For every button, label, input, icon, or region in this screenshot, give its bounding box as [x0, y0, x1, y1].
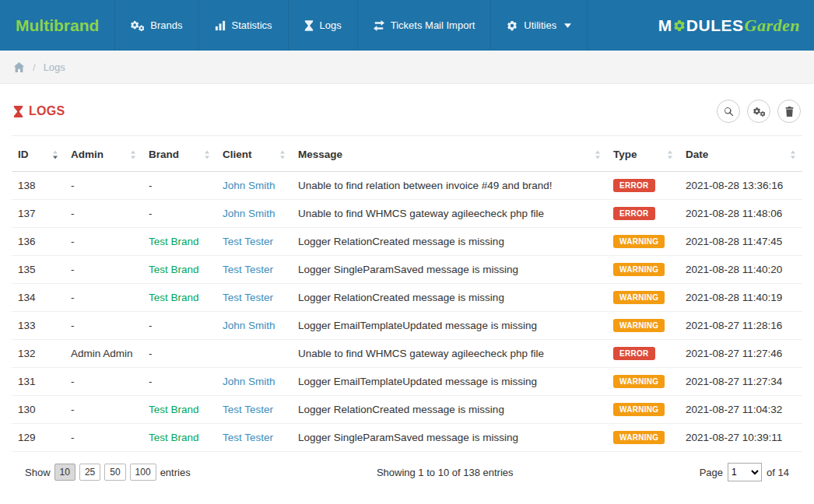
- column-header-brand[interactable]: Brand: [142, 138, 216, 172]
- column-label: Brand: [149, 149, 179, 160]
- logo-garden-text: Garden: [745, 16, 800, 36]
- cell-client: Test Tester: [216, 228, 292, 256]
- client-link[interactable]: John Smith: [223, 180, 275, 191]
- nav-item-tickets-mail-import[interactable]: Tickets Mail Import: [357, 0, 491, 51]
- panel-actions: [717, 100, 801, 123]
- cell-type: ERROR: [607, 172, 679, 200]
- breadcrumb: / Logs: [0, 51, 814, 84]
- logs-table-head: ID Admin Brand Client Message: [12, 138, 802, 172]
- brand-link[interactable]: Test Brand: [149, 236, 199, 247]
- nav-item-utilities[interactable]: Utilities: [490, 0, 588, 51]
- brand-link[interactable]: Test Brand: [149, 404, 199, 415]
- column-header-id[interactable]: ID: [12, 138, 65, 172]
- cell-type: WARNING: [607, 424, 679, 452]
- client-link[interactable]: Test Tester: [223, 264, 273, 275]
- gear-icon: [507, 20, 518, 31]
- client-link[interactable]: John Smith: [223, 320, 275, 331]
- chevron-down-icon: [564, 23, 571, 28]
- column-header-admin[interactable]: Admin: [65, 138, 142, 172]
- delete-button[interactable]: [777, 100, 801, 123]
- exchange-arrows-icon: [374, 20, 384, 31]
- cell-admin: Admin Admin: [65, 340, 142, 368]
- page-size-button[interactable]: 10: [54, 464, 75, 481]
- cell-message: Logger RelationCreated message is missin…: [292, 284, 607, 312]
- cell-date: 2021-08-28 13:36:16: [679, 172, 802, 200]
- trash-icon: [784, 107, 795, 117]
- column-header-client[interactable]: Client: [216, 138, 292, 172]
- entries-summary: Showing 1 to 10 of 138 entries: [377, 467, 514, 478]
- logs-table: ID Admin Brand Client Message: [12, 138, 802, 452]
- settings-button[interactable]: [747, 100, 770, 123]
- client-link[interactable]: John Smith: [223, 208, 275, 219]
- page-select[interactable]: 1: [728, 463, 762, 481]
- table-row: 134-Test BrandTest TesterLogger Relation…: [12, 284, 802, 312]
- status-badge: WARNING: [613, 403, 665, 416]
- cell-brand: -: [142, 172, 216, 200]
- cell-message: Unable to find WHMCS gateway agileecheck…: [292, 340, 607, 368]
- cell-client: John Smith: [216, 172, 292, 200]
- column-label: Message: [298, 149, 342, 160]
- table-row: 136-Test BrandTest TesterLogger Relation…: [12, 228, 802, 256]
- cell-type: WARNING: [607, 312, 679, 340]
- client-link[interactable]: Test Tester: [223, 404, 273, 415]
- cogs-icon: [753, 107, 765, 117]
- nav-item-logs[interactable]: Logs: [288, 0, 357, 51]
- brand-link[interactable]: Test Brand: [149, 292, 199, 303]
- status-badge: WARNING: [613, 263, 665, 276]
- page-size-button[interactable]: 100: [130, 464, 156, 481]
- top-navbar: Multibrand Brands Statistics Logs Ticket…: [0, 0, 814, 51]
- home-icon[interactable]: [13, 61, 25, 73]
- client-link[interactable]: Test Tester: [223, 236, 273, 247]
- cell-client: Test Tester: [216, 256, 292, 284]
- cell-admin: -: [65, 368, 142, 396]
- column-header-type[interactable]: Type: [607, 138, 679, 172]
- cell-id: 138: [12, 172, 65, 200]
- cell-date: 2021-08-27 11:28:16: [679, 312, 802, 340]
- cell-client: Test Tester: [216, 284, 292, 312]
- cell-message: Unable to find relation between invoice …: [292, 172, 607, 200]
- modulesgarden-logo: M DULES Garden: [658, 0, 814, 51]
- client-link[interactable]: John Smith: [223, 376, 275, 387]
- main-nav: Brands Statistics Logs Tickets Mail Impo…: [114, 0, 588, 51]
- cell-id: 136: [12, 228, 65, 256]
- cell-id: 135: [12, 256, 65, 284]
- cell-client: [216, 340, 292, 368]
- brand-link[interactable]: Test Brand: [149, 264, 199, 275]
- table-row: 131--John SmithLogger EmailTemplateUpdat…: [12, 368, 802, 396]
- cell-date: 2021-08-27 11:27:34: [679, 368, 802, 396]
- page-size-button[interactable]: 50: [104, 464, 125, 481]
- column-header-date[interactable]: Date: [679, 138, 802, 172]
- nav-item-label: Tickets Mail Import: [391, 19, 475, 31]
- client-link[interactable]: Test Tester: [223, 292, 273, 303]
- cell-id: 131: [12, 368, 65, 396]
- cell-id: 130: [12, 396, 65, 424]
- cell-id: 132: [12, 340, 65, 368]
- nav-item-brands[interactable]: Brands: [114, 0, 198, 51]
- cell-admin: -: [65, 172, 142, 200]
- cell-date: 2021-08-28 11:47:45: [679, 228, 802, 256]
- logo-text: M: [658, 16, 672, 35]
- cell-message: Logger RelationCreated message is missin…: [292, 228, 607, 256]
- table-row: 133--John SmithLogger EmailTemplateUpdat…: [12, 312, 802, 340]
- page-size-button[interactable]: 25: [79, 464, 100, 481]
- cell-client: John Smith: [216, 312, 292, 340]
- table-row: 138--John SmithUnable to find relation b…: [12, 172, 802, 200]
- app-brand[interactable]: Multibrand: [0, 0, 114, 51]
- nav-item-statistics[interactable]: Statistics: [198, 0, 288, 51]
- status-badge: WARNING: [613, 431, 665, 444]
- page-size-control: Show 10 25 50 100 entries: [25, 464, 191, 481]
- cell-message: Logger RelationCreated message is missin…: [292, 396, 607, 424]
- cell-message: Unable to find WHMCS gateway agileecheck…: [292, 200, 607, 228]
- sort-icon: [130, 150, 136, 159]
- column-header-message[interactable]: Message: [292, 138, 607, 172]
- cell-admin: -: [65, 228, 142, 256]
- cell-client: John Smith: [216, 200, 292, 228]
- brand-link[interactable]: Test Brand: [149, 432, 199, 443]
- show-label: Show: [25, 467, 51, 478]
- header-row: ID Admin Brand Client Message: [12, 138, 802, 172]
- search-button[interactable]: [717, 100, 740, 123]
- logs-panel: LOGS ID Admin: [0, 84, 814, 481]
- cell-client: Test Tester: [216, 424, 292, 452]
- client-link[interactable]: Test Tester: [223, 432, 273, 443]
- cell-id: 129: [12, 424, 65, 452]
